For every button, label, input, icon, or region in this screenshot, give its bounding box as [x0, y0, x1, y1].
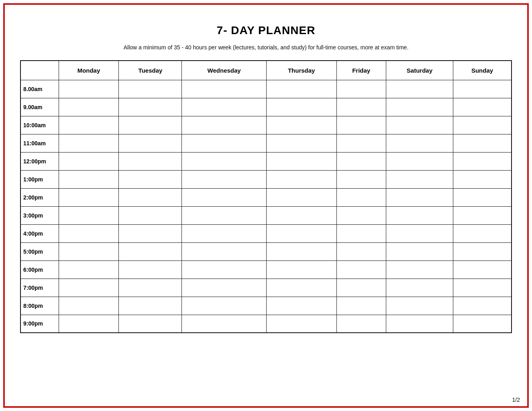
schedule-cell[interactable]	[386, 188, 453, 206]
schedule-cell[interactable]	[453, 188, 512, 206]
schedule-cell[interactable]	[266, 206, 336, 224]
schedule-cell[interactable]	[119, 80, 182, 98]
schedule-cell[interactable]	[453, 242, 512, 260]
schedule-cell[interactable]	[119, 297, 182, 315]
schedule-cell[interactable]	[59, 116, 119, 134]
schedule-cell[interactable]	[336, 315, 386, 333]
schedule-cell[interactable]	[182, 188, 266, 206]
schedule-cell[interactable]	[119, 260, 182, 279]
schedule-cell[interactable]	[182, 170, 266, 188]
schedule-cell[interactable]	[386, 206, 453, 224]
schedule-cell[interactable]	[266, 260, 336, 279]
schedule-cell[interactable]	[266, 315, 336, 333]
schedule-cell[interactable]	[266, 170, 336, 188]
schedule-cell[interactable]	[182, 224, 266, 242]
schedule-cell[interactable]	[59, 188, 119, 206]
schedule-cell[interactable]	[182, 297, 266, 315]
schedule-cell[interactable]	[266, 134, 336, 152]
schedule-cell[interactable]	[453, 224, 512, 242]
schedule-cell[interactable]	[386, 152, 453, 170]
schedule-cell[interactable]	[119, 116, 182, 134]
schedule-cell[interactable]	[182, 206, 266, 224]
schedule-cell[interactable]	[336, 297, 386, 315]
schedule-cell[interactable]	[336, 116, 386, 134]
schedule-cell[interactable]	[453, 98, 512, 116]
schedule-cell[interactable]	[59, 134, 119, 152]
schedule-cell[interactable]	[453, 152, 512, 170]
schedule-cell[interactable]	[59, 206, 119, 224]
schedule-cell[interactable]	[453, 134, 512, 152]
schedule-cell[interactable]	[266, 242, 336, 260]
schedule-cell[interactable]	[336, 134, 386, 152]
schedule-cell[interactable]	[266, 188, 336, 206]
schedule-cell[interactable]	[453, 80, 512, 98]
schedule-cell[interactable]	[182, 279, 266, 297]
schedule-cell[interactable]	[59, 152, 119, 170]
schedule-cell[interactable]	[386, 116, 453, 134]
schedule-cell[interactable]	[336, 279, 386, 297]
schedule-cell[interactable]	[182, 315, 266, 333]
schedule-cell[interactable]	[119, 224, 182, 242]
schedule-cell[interactable]	[266, 224, 336, 242]
schedule-cell[interactable]	[386, 297, 453, 315]
schedule-cell[interactable]	[182, 80, 266, 98]
time-cell: 12:00pm	[20, 152, 59, 170]
schedule-cell[interactable]	[336, 224, 386, 242]
schedule-cell[interactable]	[266, 152, 336, 170]
schedule-cell[interactable]	[119, 188, 182, 206]
schedule-cell[interactable]	[182, 134, 266, 152]
schedule-cell[interactable]	[266, 116, 336, 134]
schedule-cell[interactable]	[59, 242, 119, 260]
schedule-cell[interactable]	[119, 279, 182, 297]
schedule-cell[interactable]	[453, 279, 512, 297]
schedule-cell[interactable]	[59, 297, 119, 315]
schedule-cell[interactable]	[453, 315, 512, 333]
schedule-cell[interactable]	[386, 279, 453, 297]
schedule-cell[interactable]	[336, 188, 386, 206]
schedule-cell[interactable]	[336, 98, 386, 116]
schedule-cell[interactable]	[119, 170, 182, 188]
schedule-cell[interactable]	[266, 279, 336, 297]
schedule-cell[interactable]	[59, 80, 119, 98]
schedule-cell[interactable]	[336, 170, 386, 188]
schedule-cell[interactable]	[453, 297, 512, 315]
schedule-cell[interactable]	[266, 297, 336, 315]
schedule-cell[interactable]	[336, 152, 386, 170]
schedule-cell[interactable]	[386, 80, 453, 98]
schedule-cell[interactable]	[59, 170, 119, 188]
schedule-cell[interactable]	[119, 242, 182, 260]
schedule-cell[interactable]	[386, 224, 453, 242]
schedule-cell[interactable]	[59, 98, 119, 116]
schedule-cell[interactable]	[182, 260, 266, 279]
schedule-cell[interactable]	[336, 242, 386, 260]
schedule-cell[interactable]	[386, 170, 453, 188]
schedule-cell[interactable]	[59, 260, 119, 279]
schedule-cell[interactable]	[119, 152, 182, 170]
time-cell: 8:00pm	[20, 297, 59, 315]
schedule-cell[interactable]	[266, 80, 336, 98]
schedule-cell[interactable]	[386, 260, 453, 279]
schedule-cell[interactable]	[453, 170, 512, 188]
schedule-cell[interactable]	[336, 206, 386, 224]
schedule-cell[interactable]	[59, 315, 119, 333]
schedule-cell[interactable]	[59, 224, 119, 242]
schedule-cell[interactable]	[119, 315, 182, 333]
schedule-cell[interactable]	[266, 98, 336, 116]
schedule-cell[interactable]	[386, 242, 453, 260]
schedule-cell[interactable]	[336, 260, 386, 279]
schedule-cell[interactable]	[386, 98, 453, 116]
schedule-cell[interactable]	[182, 98, 266, 116]
schedule-cell[interactable]	[386, 315, 453, 333]
schedule-cell[interactable]	[182, 242, 266, 260]
schedule-cell[interactable]	[119, 134, 182, 152]
schedule-cell[interactable]	[182, 116, 266, 134]
schedule-cell[interactable]	[182, 152, 266, 170]
schedule-cell[interactable]	[336, 80, 386, 98]
schedule-cell[interactable]	[119, 98, 182, 116]
schedule-cell[interactable]	[119, 206, 182, 224]
schedule-cell[interactable]	[453, 116, 512, 134]
schedule-cell[interactable]	[453, 206, 512, 224]
schedule-cell[interactable]	[453, 260, 512, 279]
schedule-cell[interactable]	[59, 279, 119, 297]
schedule-cell[interactable]	[386, 134, 453, 152]
